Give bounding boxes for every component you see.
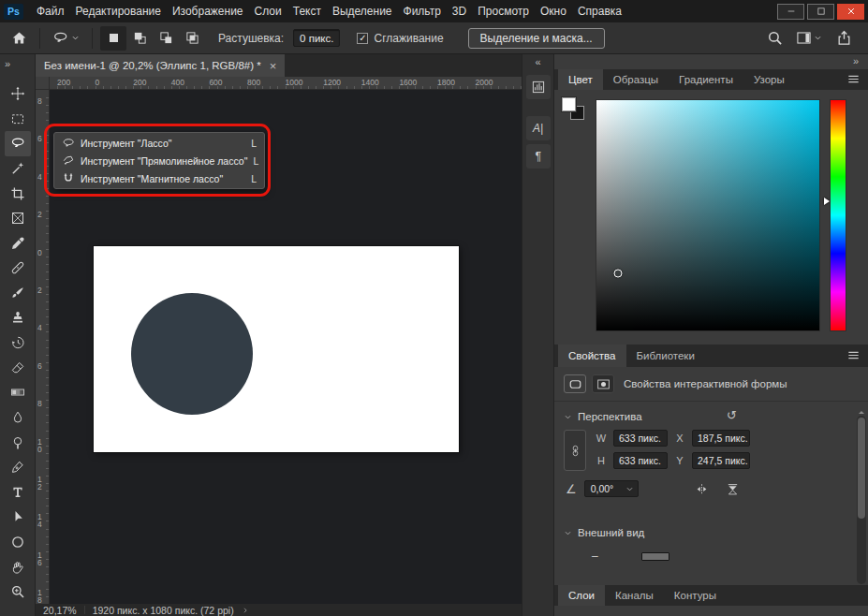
hue-slider-marker[interactable] [824,198,830,205]
toolbar-collapse-button[interactable]: » [0,54,35,72]
zoom-level[interactable]: 20,17% [43,605,77,616]
ellipse-tool[interactable] [5,530,31,555]
intersect-selection-button[interactable] [179,26,205,51]
menu-item[interactable]: Справка [572,0,627,22]
gradient-tool[interactable] [5,380,31,405]
angle-input[interactable]: 0,00° [584,480,639,497]
document-page[interactable] [94,246,459,452]
hue-slider[interactable] [830,99,846,331]
menu-item[interactable]: Просмотр [472,0,535,22]
zoom-tool[interactable] [5,579,31,605]
x-input[interactable]: 187,5 пикс. [692,430,750,447]
ruler-origin[interactable] [36,77,50,90]
smoothing-checkbox[interactable]: ✓ Сглаживание [357,32,443,45]
panel-tab[interactable]: Свойства [558,345,626,367]
mask-properties-icon[interactable] [592,374,614,393]
foreground-background-swatches[interactable] [562,97,588,124]
properties-panel-menu-icon[interactable] [846,348,861,362]
reset-icon[interactable]: ↺ [727,409,737,421]
appearance-section-header[interactable]: Внешний вид [554,503,868,544]
add-to-selection-button[interactable] [126,26,153,51]
document-tab[interactable]: Без имени-1 @ 20,2% (Эллипс 1, RGB/8#) *… [36,54,285,77]
panel-tab[interactable]: Цвет [558,69,603,90]
menu-item[interactable]: Текст [287,0,327,22]
menu-item[interactable]: 3D [447,0,472,22]
height-input[interactable]: 633 пикс. [613,452,668,469]
home-button[interactable] [6,26,32,51]
flyout-item[interactable]: Инструмент "Лассо" L [54,134,264,152]
panel-tab[interactable]: Контуры [664,585,727,606]
workspace-switcher[interactable] [793,26,825,51]
ellipse-shape[interactable] [131,293,253,415]
lasso-tool[interactable] [5,131,31,156]
scrollbar[interactable] [857,416,866,584]
path-selection-tool[interactable] [5,505,31,530]
menu-item[interactable]: Слои [249,0,287,22]
histogram-panel-button[interactable] [526,75,551,99]
clone-stamp-tool[interactable] [5,305,31,330]
menu-item[interactable]: Окно [535,0,572,22]
share-icon[interactable] [831,26,857,51]
y-input[interactable]: 247,5 пикс. [692,452,750,469]
color-panel-menu-icon[interactable] [846,72,861,86]
panel-tab[interactable]: Узоры [743,69,795,90]
menu-item[interactable]: Файл [31,0,70,22]
blur-tool[interactable] [5,405,31,431]
subtract-from-selection-button[interactable] [153,26,179,51]
frame-tool[interactable] [5,206,31,231]
healing-brush-tool[interactable] [5,256,31,281]
object-selection-tool[interactable] [5,156,31,182]
feather-input[interactable]: 0 пикс. [293,29,340,47]
select-and-mask-button[interactable]: Выделение и маска... [468,28,605,49]
dodge-tool[interactable] [5,430,31,455]
shape-properties-icon[interactable] [564,374,586,393]
flip-horizontal-icon[interactable] [695,482,709,496]
color-field-marker[interactable] [613,269,622,277]
history-brush-tool[interactable] [5,330,31,356]
foreground-swatch[interactable] [562,97,576,111]
vertical-ruler[interactable]: 8642024681012141618 [36,90,50,604]
maximize-button[interactable] [807,4,834,20]
eraser-tool[interactable] [5,356,31,381]
menu-item[interactable]: Изображение [167,0,249,22]
move-tool[interactable] [5,81,31,107]
panel-tab[interactable]: Образцы [603,69,669,90]
new-selection-button[interactable] [100,26,126,51]
pen-tool[interactable] [5,455,31,480]
flyout-item[interactable]: Инструмент "Прямолинейное лассо" L [54,152,264,169]
panel-tab[interactable]: Градиенты [669,69,743,90]
edit-toolbar-button[interactable] [5,604,31,616]
panel-tab[interactable]: Библиотеки [626,345,705,367]
menu-item[interactable]: Фильтр [398,0,447,22]
search-icon[interactable] [761,26,787,51]
panels-collapse-button[interactable]: » [853,56,859,66]
horizontal-ruler[interactable]: 2000200400600800100012001400160018002000 [50,77,522,90]
character-panel-button[interactable]: A| [526,116,551,140]
paragraph-panel-button[interactable]: ¶ [526,144,551,169]
perspective-section-header[interactable]: Перспектива ↺ [554,402,868,428]
color-field[interactable] [596,99,820,331]
dock-expand-button[interactable]: « [522,54,553,69]
eyedropper-tool[interactable] [5,231,31,257]
close-button[interactable] [837,4,864,20]
panel-tab[interactable]: Каналы [605,585,664,606]
panel-tab[interactable]: Слои [558,585,605,606]
crop-tool[interactable] [5,181,31,206]
scrollbar-thumb[interactable] [858,418,865,519]
menu-item[interactable]: Редактирование [70,0,167,22]
brush-tool[interactable] [5,281,31,306]
tool-preset-picker[interactable] [48,26,84,51]
rectangular-marquee-tool[interactable] [5,107,31,132]
flip-vertical-icon[interactable] [726,482,740,496]
width-input[interactable]: 633 пикс. [613,430,668,447]
minimize-button[interactable] [777,4,804,20]
flyout-item[interactable]: Инструмент "Магнитное лассо" L [54,169,264,187]
close-tab-icon[interactable]: × [270,59,277,73]
fill-placeholder[interactable]: – [592,550,598,563]
link-dimensions-button[interactable] [564,430,586,471]
type-tool[interactable] [5,480,31,506]
stroke-swatch[interactable] [641,552,669,561]
status-chevron-icon[interactable] [242,607,249,614]
menu-item[interactable]: Выделение [327,0,398,22]
hand-tool[interactable] [5,554,31,579]
